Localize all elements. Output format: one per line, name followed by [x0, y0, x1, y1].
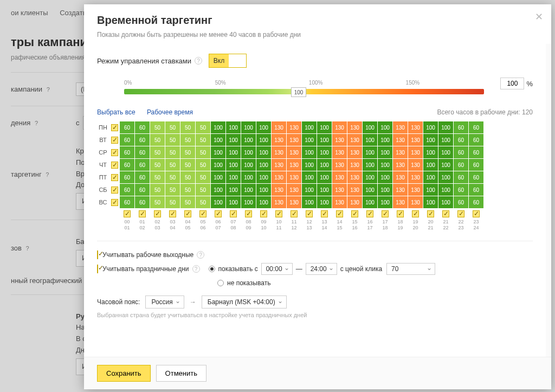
schedule-cell[interactable]: 100 — [423, 146, 438, 158]
schedule-cell[interactable]: 130 — [347, 121, 362, 133]
schedule-cell[interactable]: 50 — [196, 171, 210, 183]
schedule-cell[interactable]: 130 — [332, 146, 347, 158]
schedule-cell[interactable]: 60 — [135, 121, 150, 133]
schedule-cell[interactable]: 130 — [393, 171, 408, 183]
hour-checkbox[interactable] — [366, 210, 373, 217]
schedule-cell[interactable]: 130 — [347, 171, 362, 183]
schedule-cell[interactable]: 50 — [165, 184, 180, 196]
schedule-cell[interactable]: 100 — [302, 196, 317, 208]
schedule-cell[interactable]: 100 — [241, 134, 256, 146]
schedule-cell[interactable]: 100 — [211, 146, 225, 158]
schedule-cell[interactable]: 50 — [180, 134, 195, 146]
time-from-select[interactable]: 00:00 — [261, 263, 293, 275]
schedule-cell[interactable]: 100 — [226, 196, 241, 208]
hour-checkbox[interactable] — [442, 210, 449, 217]
schedule-cell[interactable]: 50 — [165, 171, 180, 183]
schedule-cell[interactable]: 100 — [363, 171, 377, 183]
schedule-cell[interactable]: 60 — [135, 171, 150, 183]
hour-checkbox[interactable] — [457, 210, 464, 217]
schedule-cell[interactable]: 100 — [317, 159, 332, 171]
schedule-cell[interactable]: 100 — [256, 146, 271, 158]
schedule-cell[interactable]: 100 — [317, 134, 332, 146]
schedule-cell[interactable]: 100 — [423, 134, 438, 146]
slider-thumb[interactable]: 100 — [291, 87, 306, 97]
schedule-cell[interactable]: 100 — [256, 159, 271, 171]
schedule-cell[interactable]: 50 — [180, 121, 195, 133]
schedule-cell[interactable]: 130 — [393, 134, 408, 146]
schedule-cell[interactable]: 100 — [363, 121, 377, 133]
schedule-cell[interactable]: 100 — [317, 196, 332, 208]
schedule-cell[interactable]: 100 — [438, 196, 453, 208]
schedule-cell[interactable]: 130 — [347, 146, 362, 158]
schedule-cell[interactable]: 60 — [454, 184, 468, 196]
schedule-cell[interactable]: 130 — [272, 146, 286, 158]
schedule-cell[interactable]: 60 — [469, 196, 483, 208]
hour-checkbox[interactable] — [351, 210, 358, 217]
schedule-cell[interactable]: 100 — [256, 184, 271, 196]
schedule-cell[interactable]: 100 — [378, 134, 392, 146]
schedule-cell[interactable]: 130 — [408, 184, 423, 196]
hour-checkbox[interactable] — [124, 210, 131, 217]
hour-checkbox[interactable] — [382, 210, 389, 217]
schedule-cell[interactable]: 50 — [196, 134, 210, 146]
noshow-radio[interactable] — [217, 280, 224, 286]
hour-checkbox[interactable] — [412, 210, 419, 217]
schedule-cell[interactable]: 130 — [332, 159, 347, 171]
schedule-cell[interactable]: 50 — [150, 171, 165, 183]
schedule-cell[interactable]: 130 — [347, 196, 362, 208]
schedule-cell[interactable]: 50 — [165, 121, 180, 133]
schedule-cell[interactable]: 130 — [287, 184, 301, 196]
schedule-cell[interactable]: 100 — [378, 196, 392, 208]
holidays-checkbox[interactable] — [97, 265, 98, 273]
schedule-cell[interactable]: 50 — [150, 134, 165, 146]
schedule-cell[interactable]: 50 — [165, 196, 180, 208]
hour-checkbox[interactable] — [230, 210, 237, 217]
schedule-cell[interactable]: 100 — [302, 134, 317, 146]
schedule-cell[interactable]: 100 — [363, 134, 377, 146]
schedule-cell[interactable]: 60 — [120, 184, 134, 196]
day-checkbox[interactable] — [111, 174, 118, 181]
schedule-cell[interactable]: 50 — [196, 196, 210, 208]
price-select[interactable]: 70 — [386, 263, 435, 275]
hour-checkbox[interactable] — [184, 210, 191, 217]
schedule-cell[interactable]: 60 — [454, 146, 468, 158]
schedule-cell[interactable]: 130 — [272, 184, 286, 196]
schedule-cell[interactable]: 100 — [423, 159, 438, 171]
schedule-cell[interactable]: 60 — [469, 171, 483, 183]
schedule-cell[interactable]: 130 — [287, 159, 301, 171]
show-radio[interactable] — [209, 266, 215, 272]
schedule-cell[interactable]: 130 — [287, 196, 301, 208]
time-to-select[interactable]: 24:00 — [306, 263, 337, 275]
tz-country-select[interactable]: Россия — [145, 295, 184, 309]
hour-checkbox[interactable] — [427, 210, 434, 217]
schedule-cell[interactable]: 130 — [272, 171, 286, 183]
schedule-cell[interactable]: 60 — [120, 196, 134, 208]
close-icon[interactable]: ✕ — [534, 12, 544, 22]
schedule-cell[interactable]: 100 — [438, 121, 453, 133]
schedule-cell[interactable]: 100 — [211, 196, 225, 208]
help-icon[interactable]: ? — [195, 57, 202, 65]
schedule-cell[interactable]: 100 — [363, 159, 377, 171]
hour-checkbox[interactable] — [215, 210, 222, 217]
schedule-cell[interactable]: 130 — [393, 196, 408, 208]
schedule-cell[interactable]: 50 — [196, 184, 210, 196]
schedule-cell[interactable]: 50 — [150, 146, 165, 158]
schedule-cell[interactable]: 50 — [196, 159, 210, 171]
day-checkbox[interactable] — [111, 124, 118, 131]
schedule-cell[interactable]: 100 — [256, 171, 271, 183]
schedule-cell[interactable]: 130 — [287, 171, 301, 183]
hour-checkbox[interactable] — [139, 210, 146, 217]
schedule-cell[interactable]: 100 — [302, 159, 317, 171]
schedule-cell[interactable]: 60 — [469, 121, 483, 133]
schedule-cell[interactable]: 100 — [302, 184, 317, 196]
schedule-cell[interactable]: 100 — [226, 146, 241, 158]
schedule-cell[interactable]: 100 — [423, 171, 438, 183]
schedule-cell[interactable]: 130 — [332, 196, 347, 208]
schedule-cell[interactable]: 100 — [317, 146, 332, 158]
schedule-cell[interactable]: 130 — [332, 171, 347, 183]
schedule-cell[interactable]: 60 — [135, 159, 150, 171]
schedule-cell[interactable]: 100 — [211, 134, 225, 146]
hour-checkbox[interactable] — [154, 210, 161, 217]
slider-value-input[interactable] — [500, 78, 524, 89]
schedule-cell[interactable]: 100 — [378, 146, 392, 158]
